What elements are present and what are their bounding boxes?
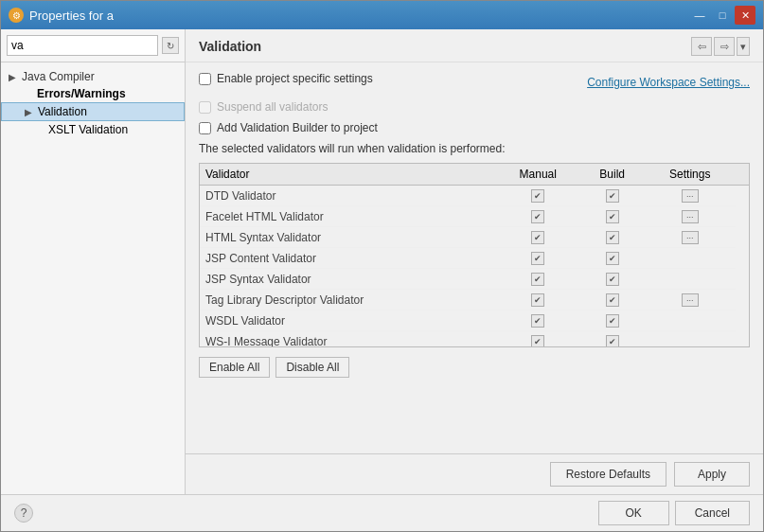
dialog-bar: ? OK Cancel <box>1 494 763 531</box>
sidebar-label-xslt: XSLT Validation <box>48 123 128 136</box>
panel-nav: ⇦ ⇨ ▾ <box>691 37 750 56</box>
panel-body: Enable project specific settings Configu… <box>186 62 763 453</box>
validator-name: HTML Syntax Validator <box>200 227 495 248</box>
tree-area: ▶ Java Compiler Errors/Warnings ▶ Valida… <box>1 62 185 494</box>
sidebar: ↻ ▶ Java Compiler Errors/Warnings ▶ Vali… <box>1 29 186 494</box>
validator-manual[interactable]: ✔ <box>495 248 580 269</box>
validator-manual[interactable]: ✔ <box>495 206 580 227</box>
validator-name: JSP Syntax Validator <box>200 269 495 290</box>
sidebar-label-java-compiler: Java Compiler <box>22 70 95 83</box>
validators-table-container: Validator Manual Build Settings DTD Vali… <box>199 163 750 347</box>
sidebar-item-xslt-validation[interactable]: XSLT Validation <box>1 121 185 138</box>
validator-settings[interactable] <box>644 310 736 331</box>
col-header-scroll <box>736 164 749 186</box>
validator-settings[interactable]: ··· <box>644 290 736 310</box>
validator-settings[interactable]: ··· <box>644 227 736 248</box>
window-icon: ⚙ <box>9 8 24 23</box>
table-row: Facelet HTML Validator✔✔··· <box>200 206 749 227</box>
enable-all-button[interactable]: Enable All <box>199 357 270 378</box>
title-bar-controls: — □ ✕ <box>689 6 755 25</box>
main-content: ↻ ▶ Java Compiler Errors/Warnings ▶ Vali… <box>1 29 763 494</box>
add-builder-label: Add Validation Builder to project <box>217 121 378 134</box>
validator-settings[interactable]: ··· <box>644 186 736 206</box>
validator-build[interactable]: ✔ <box>580 331 644 348</box>
minimize-button[interactable]: — <box>689 6 710 25</box>
search-input[interactable] <box>7 35 158 56</box>
suspend-validators-label: Suspend all validators <box>217 100 328 114</box>
validator-settings[interactable] <box>644 269 736 290</box>
add-builder-row: Add Validation Builder to project <box>199 121 750 134</box>
col-header-settings: Settings <box>644 164 736 186</box>
sidebar-label-errors-warnings: Errors/Warnings <box>37 87 126 100</box>
suspend-validators-row: Suspend all validators <box>199 100 750 114</box>
validator-settings[interactable] <box>644 331 736 348</box>
validator-settings[interactable] <box>644 248 736 269</box>
sidebar-label-validation: Validation <box>38 105 87 118</box>
title-bar: ⚙ Properties for a — □ ✕ <box>1 1 763 29</box>
table-row: JSP Content Validator✔✔ <box>200 248 749 269</box>
suspend-validators-checkbox[interactable] <box>199 101 211 114</box>
validator-manual[interactable]: ✔ <box>495 227 580 248</box>
col-header-manual: Manual <box>495 164 580 186</box>
table-row: DTD Validator✔✔··· <box>200 186 749 206</box>
enable-project-checkbox-row: Enable project specific settings <box>199 72 587 85</box>
properties-window: ⚙ Properties for a — □ ✕ ↻ ▶ Java Compil… <box>0 0 764 532</box>
validator-settings[interactable]: ··· <box>644 206 736 227</box>
validator-build[interactable]: ✔ <box>580 269 644 290</box>
cancel-button[interactable]: Cancel <box>675 501 750 525</box>
validator-name: WS-I Message Validator <box>200 331 495 348</box>
validator-name: Tag Library Descriptor Validator <box>200 290 495 310</box>
validator-build[interactable]: ✔ <box>580 206 644 227</box>
validator-build[interactable]: ✔ <box>580 227 644 248</box>
table-row: WSDL Validator✔✔ <box>200 310 749 331</box>
table-row: JSP Syntax Validator✔✔ <box>200 269 749 290</box>
help-icon[interactable]: ? <box>14 504 33 523</box>
validator-name: WSDL Validator <box>200 310 495 331</box>
validator-manual[interactable]: ✔ <box>495 269 580 290</box>
sidebar-item-errors-warnings[interactable]: Errors/Warnings <box>1 85 185 102</box>
validator-manual[interactable]: ✔ <box>495 290 580 310</box>
close-button[interactable]: ✕ <box>735 6 755 25</box>
validator-manual[interactable]: ✔ <box>495 186 580 206</box>
nav-back-button[interactable]: ⇦ <box>691 37 712 56</box>
validator-build[interactable]: ✔ <box>580 248 644 269</box>
search-bar: ↻ <box>1 29 185 62</box>
validator-name: JSP Content Validator <box>200 248 495 269</box>
enable-project-row: Enable project specific settings Configu… <box>199 72 750 93</box>
bottom-bar: Restore Defaults Apply <box>186 453 763 494</box>
disable-all-button[interactable]: Disable All <box>275 357 349 378</box>
panel-header: Validation ⇦ ⇨ ▾ <box>186 29 763 62</box>
title-bar-left: ⚙ Properties for a <box>9 8 114 23</box>
dialog-buttons: OK Cancel <box>598 501 750 525</box>
validator-build[interactable]: ✔ <box>580 310 644 331</box>
restore-defaults-button[interactable]: Restore Defaults <box>550 462 666 487</box>
validators-description: The selected validators will run when va… <box>199 142 750 155</box>
maximize-button[interactable]: □ <box>712 6 733 25</box>
tree-arrow-validation: ▶ <box>25 107 36 117</box>
search-clear-button[interactable]: ↻ <box>162 37 179 54</box>
add-builder-checkbox[interactable] <box>199 122 211 134</box>
sidebar-item-validation[interactable]: ▶ Validation <box>1 102 185 121</box>
tree-arrow-java-compiler: ▶ <box>9 72 20 82</box>
validator-build[interactable]: ✔ <box>580 186 644 206</box>
ok-button[interactable]: OK <box>598 501 669 525</box>
validator-manual[interactable]: ✔ <box>495 331 580 348</box>
apply-button[interactable]: Apply <box>674 462 750 487</box>
col-header-validator: Validator <box>200 164 495 186</box>
right-panel: Validation ⇦ ⇨ ▾ Enable project specific… <box>186 29 763 494</box>
nav-dropdown-button[interactable]: ▾ <box>737 37 750 56</box>
window-title: Properties for a <box>29 9 114 23</box>
validator-build[interactable]: ✔ <box>580 290 644 310</box>
validator-manual[interactable]: ✔ <box>495 310 580 331</box>
enable-project-checkbox[interactable] <box>199 73 211 85</box>
sidebar-item-java-compiler[interactable]: ▶ Java Compiler <box>1 68 185 85</box>
enable-project-label: Enable project specific settings <box>217 72 373 85</box>
enable-disable-row: Enable All Disable All <box>199 357 750 378</box>
nav-forward-button[interactable]: ⇨ <box>714 37 735 56</box>
table-header-row: Validator Manual Build Settings <box>200 164 749 186</box>
validators-table: Validator Manual Build Settings DTD Vali… <box>200 164 749 347</box>
panel-title: Validation <box>199 39 261 54</box>
table-row: Tag Library Descriptor Validator✔✔··· <box>200 290 749 310</box>
col-header-build: Build <box>580 164 644 186</box>
configure-workspace-link[interactable]: Configure Workspace Settings... <box>587 76 750 89</box>
